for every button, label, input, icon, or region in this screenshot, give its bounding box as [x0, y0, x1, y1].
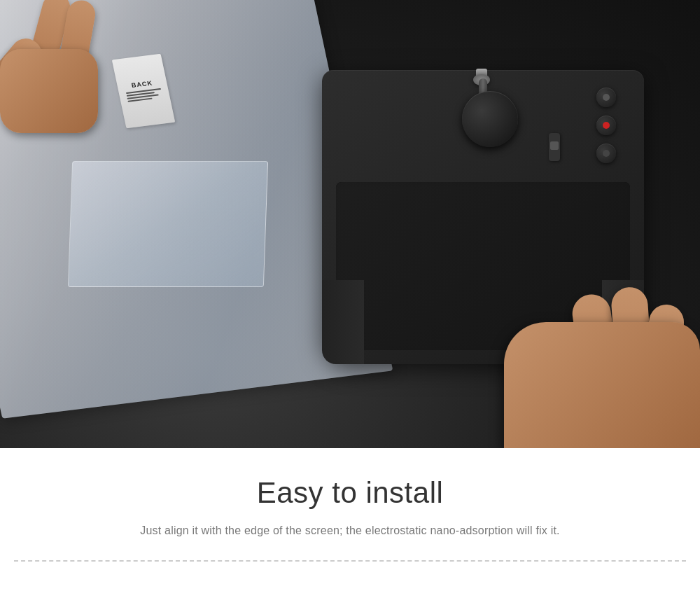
left-palm	[0, 49, 98, 133]
ctrl-button-record	[596, 116, 616, 135]
joystick-base	[462, 91, 518, 147]
main-title: Easy to install	[14, 476, 686, 510]
right-palm	[504, 322, 700, 448]
ctrl-icon-1	[603, 94, 610, 101]
ctrl-button-power	[596, 144, 616, 163]
ctrl-icon-record	[603, 122, 610, 129]
right-hand	[350, 168, 700, 448]
protector-on-screen	[68, 161, 268, 287]
left-hand	[0, 0, 161, 133]
content-section: Easy to install Just align it with the e…	[0, 448, 700, 576]
remote-top-controls	[357, 70, 616, 161]
sub-description: Just align it with the edge of the scree…	[14, 522, 686, 539]
slide-toggle	[549, 133, 560, 161]
ctrl-icon-power	[603, 150, 610, 157]
joystick-assembly	[455, 77, 525, 154]
dashed-divider	[14, 560, 686, 562]
right-buttons	[596, 88, 616, 163]
hero-image: BACK	[0, 0, 700, 448]
ctrl-button-1	[596, 88, 616, 107]
